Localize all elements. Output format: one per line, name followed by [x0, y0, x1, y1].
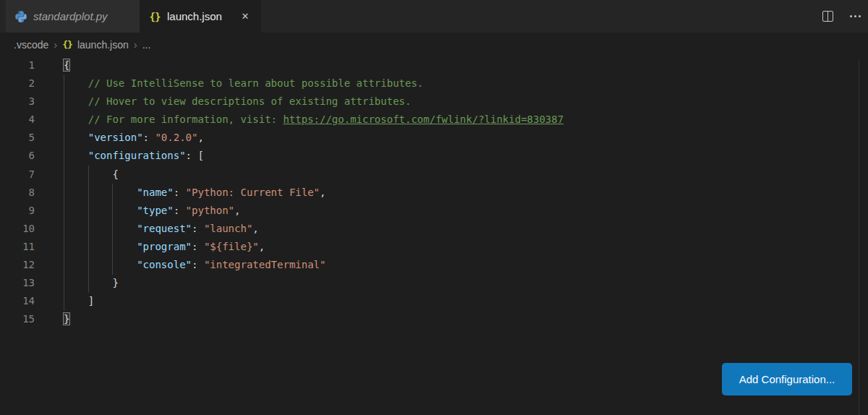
code-token: "${file}" — [204, 241, 259, 252]
code-line[interactable]: 11 "program": "${file}", — [0, 238, 868, 256]
code-token: , — [197, 132, 203, 143]
code-line[interactable]: 8 "name": "Python: Current File", — [0, 184, 868, 202]
code-token: : — [143, 132, 156, 143]
code-token: "program" — [137, 241, 192, 252]
tab-label: standardplot.py — [33, 10, 108, 22]
code-line[interactable]: 4 // For more information, visit: https:… — [0, 111, 868, 129]
line-number: 5 — [0, 129, 35, 147]
code-line[interactable]: 14 ] — [0, 292, 868, 310]
code-line-content: { — [64, 56, 69, 74]
breadcrumb-file[interactable]: launch.json — [77, 39, 129, 51]
tab-launch-json[interactable]: {} launch.json ✕ — [140, 0, 261, 33]
code-token: : [ — [186, 150, 204, 161]
code-token: : — [192, 223, 204, 234]
line-number: 8 — [0, 184, 35, 202]
line-number: 7 — [0, 166, 35, 184]
line-number: 2 — [0, 74, 35, 93]
code-line[interactable]: 7 { — [0, 166, 868, 184]
line-number: 1 — [0, 56, 35, 74]
code-token: "console" — [137, 259, 192, 270]
breadcrumb: .vscode › {} launch.json › ... — [0, 33, 868, 56]
code-token: "version" — [88, 132, 143, 143]
code-editor[interactable]: 1{2 // Use IntelliSense to learn about p… — [0, 56, 868, 328]
code-token: : — [192, 259, 204, 270]
code-token — [64, 259, 137, 270]
split-editor-icon[interactable] — [820, 9, 835, 24]
comment-link[interactable]: https://go.microsoft.com/fwlink/?linkid=… — [283, 114, 563, 125]
line-number: 4 — [0, 111, 35, 129]
code-token: // Use IntelliSense to learn about possi… — [64, 77, 423, 89]
editor-actions — [820, 0, 862, 33]
code-line[interactable]: 5 "version": "0.2.0", — [0, 129, 868, 147]
code-line[interactable]: 9 "type": "python", — [0, 202, 868, 220]
code-token: , — [252, 223, 258, 234]
code-line-content: // Hover to view descriptions of existin… — [64, 93, 411, 111]
json-icon: {} — [62, 39, 72, 50]
code-token — [64, 150, 88, 161]
python-icon — [14, 11, 27, 22]
code-token — [64, 132, 88, 143]
line-number: 10 — [0, 220, 35, 238]
code-token: : — [174, 205, 186, 216]
code-token: // Hover to view descriptions of existin… — [64, 95, 411, 107]
scrollbar-gutter-divider — [859, 59, 859, 415]
code-token: { — [64, 59, 69, 71]
code-line[interactable]: 12 "console": "integratedTerminal" — [0, 256, 868, 274]
code-line-content: { — [64, 166, 119, 184]
code-token: ] — [64, 295, 94, 307]
code-line-content: "program": "${file}", — [64, 238, 265, 256]
close-tab-icon[interactable]: ✕ — [238, 9, 252, 24]
line-number: 6 — [0, 147, 35, 165]
code-token: "0.2.0" — [155, 132, 197, 143]
tab-label: launch.json — [167, 10, 222, 22]
code-token: { — [64, 168, 119, 180]
code-line[interactable]: 1{ — [0, 56, 868, 74]
breadcrumb-symbol[interactable]: ... — [142, 39, 151, 51]
indent-guide — [64, 74, 64, 311]
indent-guide — [112, 184, 113, 275]
code-line[interactable]: 2 // Use IntelliSense to learn about pos… — [0, 74, 868, 93]
line-number: 14 — [0, 292, 35, 310]
code-token: , — [259, 241, 265, 252]
code-token — [64, 241, 137, 252]
code-token: "launch" — [204, 223, 252, 234]
code-line[interactable]: 15} — [0, 310, 868, 328]
code-token: "name" — [137, 187, 174, 198]
editor-tab-bar: standardplot.py {} launch.json ✕ — [0, 0, 868, 33]
code-line[interactable]: 6 "configurations": [ — [0, 147, 868, 165]
code-line[interactable]: 10 "request": "launch", — [0, 220, 868, 238]
chevron-right-icon: › — [54, 38, 57, 51]
code-line-content: "name": "Python: Current File", — [64, 184, 326, 202]
indent-guide — [88, 166, 89, 293]
code-line-content: "version": "0.2.0", — [64, 129, 204, 147]
breadcrumb-folder[interactable]: .vscode — [14, 39, 48, 51]
tab-standardplot-py[interactable]: standardplot.py — [6, 0, 140, 33]
code-line-content: // Use IntelliSense to learn about possi… — [64, 74, 423, 93]
code-token: } — [64, 277, 119, 288]
json-icon: {} — [148, 11, 161, 22]
code-token: , — [320, 187, 326, 198]
code-line-content: "configurations": [ — [64, 147, 204, 165]
line-number: 13 — [0, 274, 35, 292]
code-token: // For more information, visit: — [64, 114, 283, 125]
add-configuration-button[interactable]: Add Configuration... — [722, 363, 852, 395]
code-line-content: // For more information, visit: https://… — [64, 111, 563, 129]
line-number: 9 — [0, 202, 35, 220]
code-token: } — [64, 313, 69, 325]
code-line-content: ] — [64, 292, 94, 310]
code-token — [64, 205, 137, 216]
code-line-content: "type": "python", — [64, 202, 240, 220]
code-line[interactable]: 3 // Hover to view descriptions of exist… — [0, 93, 868, 111]
code-line[interactable]: 13 } — [0, 274, 868, 292]
code-line-content: } — [64, 310, 69, 328]
code-token: "configurations" — [88, 150, 186, 161]
code-token — [64, 187, 137, 198]
code-token: "python" — [186, 205, 234, 216]
chevron-right-icon: › — [134, 38, 137, 51]
more-actions-icon[interactable] — [848, 9, 862, 24]
code-token: "type" — [137, 205, 174, 216]
line-number: 3 — [0, 93, 35, 111]
code-line-content: } — [64, 274, 119, 292]
code-token: "Python: Current File" — [186, 187, 320, 198]
line-number: 15 — [0, 310, 35, 328]
